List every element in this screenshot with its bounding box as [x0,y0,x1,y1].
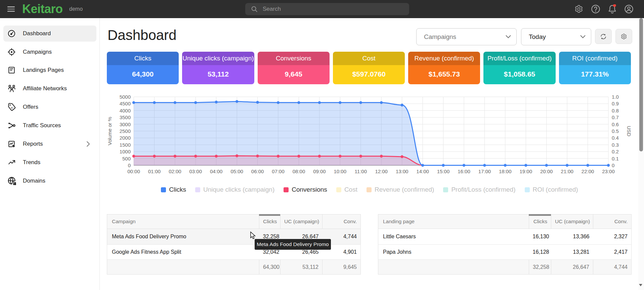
svg-text:1.0: 1.0 [612,94,619,100]
svg-text:4000: 4000 [120,108,131,113]
svg-text:4500: 4500 [120,101,131,106]
svg-text:0.1: 0.1 [612,156,619,161]
svg-text:0.9: 0.9 [612,101,619,106]
svg-text:16:00: 16:00 [458,168,470,174]
svg-text:0.4: 0.4 [612,135,619,141]
svg-text:14:00: 14:00 [416,168,429,174]
svg-text:21:00: 21:00 [561,168,573,174]
svg-text:09:00: 09:00 [313,168,326,174]
svg-text:5000: 5000 [120,94,131,100]
svg-text:1500: 1500 [120,142,131,148]
svg-text:2000: 2000 [120,135,131,141]
svg-text:3000: 3000 [120,122,131,127]
svg-text:20:00: 20:00 [540,168,553,174]
svg-text:12:00: 12:00 [375,168,388,174]
svg-text:13:00: 13:00 [396,168,409,174]
svg-text:06:00: 06:00 [251,168,264,174]
svg-text:00:00: 00:00 [127,168,140,174]
svg-text:07:00: 07:00 [272,168,285,174]
svg-text:1000: 1000 [120,149,131,154]
svg-text:0: 0 [128,162,131,168]
svg-text:500: 500 [122,156,131,161]
svg-text:18:00: 18:00 [499,168,512,174]
svg-text:23:00: 23:00 [602,168,615,174]
svg-text:0.8: 0.8 [612,108,619,113]
svg-text:0.2: 0.2 [612,149,619,154]
svg-text:0.3: 0.3 [612,142,619,148]
svg-text:03:00: 03:00 [189,168,202,174]
svg-text:04:00: 04:00 [210,168,223,174]
svg-text:USD: USD [626,126,632,137]
svg-text:15:00: 15:00 [437,168,450,174]
svg-text:0.6: 0.6 [612,122,619,127]
svg-text:05:00: 05:00 [230,168,243,174]
svg-text:02:00: 02:00 [169,168,181,174]
svg-text:s: s [11,105,13,109]
svg-text:08:00: 08:00 [293,168,305,174]
svg-text:22:00: 22:00 [582,168,594,174]
svg-text:3500: 3500 [120,114,131,120]
svg-text:0.5: 0.5 [612,128,619,134]
svg-text:19:00: 19:00 [520,168,532,174]
svg-text:Volume or %: Volume or % [107,117,113,145]
svg-text:2500: 2500 [120,128,131,134]
svg-text:01:00: 01:00 [148,168,161,174]
svg-text:0: 0 [612,162,614,168]
svg-text:11:00: 11:00 [355,168,367,174]
svg-text:10:00: 10:00 [334,168,347,174]
svg-text:17:00: 17:00 [478,168,491,174]
svg-text:0.7: 0.7 [612,114,619,120]
